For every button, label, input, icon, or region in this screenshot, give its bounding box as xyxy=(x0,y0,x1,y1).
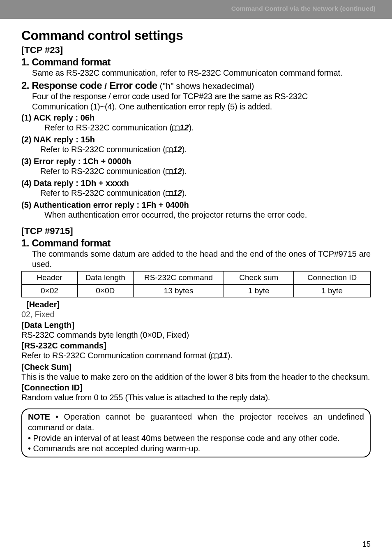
item3-post: ). xyxy=(182,167,187,176)
item5-body: When authentication error occurred, the … xyxy=(44,210,371,220)
s2-paren: ("h" shows hexadecimal) xyxy=(160,81,254,91)
item3-head: (3) Error reply : 1Ch + 0000h xyxy=(21,157,371,166)
book-icon xyxy=(172,123,180,134)
note-l1: • Operation cannot be guaranteed when th… xyxy=(28,412,364,432)
book-icon xyxy=(166,145,173,155)
item1-head: (1) ACK reply : 06h xyxy=(21,113,371,123)
command-table: Header Data length RS-232C command Check… xyxy=(21,271,371,297)
table-row: Header Data length RS-232C command Check… xyxy=(22,272,371,285)
tcp23-s2-text2: Communication (1)~(4). One authenticatio… xyxy=(32,102,371,112)
th-rs232c: RS-232C command xyxy=(133,272,224,285)
item1-pre: Refer to RS-232C communication ( xyxy=(44,123,172,132)
item4-body: Refer to RS-232C communication (12). xyxy=(40,188,371,199)
item4-pre: Refer to RS-232C communication ( xyxy=(40,188,166,197)
item3-pre: Refer to RS-232C communication ( xyxy=(40,167,166,176)
page-content: Command control settings [TCP #23] 1. Co… xyxy=(0,19,392,457)
header-lbl: [Header] xyxy=(26,300,371,309)
note-line1: NOTE • Operation cannot be guaranteed wh… xyxy=(28,412,364,433)
s2-title-part1: 2. Response code xyxy=(21,80,104,91)
item4-post: ). xyxy=(182,188,187,197)
item3-body: Refer to RS-232C communication (12). xyxy=(40,166,371,177)
tcp23-s1-title: 1. Command format xyxy=(21,56,371,68)
item2-pre: Refer to RS-232C communication ( xyxy=(40,145,166,154)
table-row: 0×02 0×0D 13 bytes 1 byte 1 byte xyxy=(22,284,371,297)
check-txt: This is the value to make zero on the ad… xyxy=(21,372,371,382)
item1-ref: 12 xyxy=(180,123,189,132)
item3-ref: 12 xyxy=(173,167,182,176)
item1-body: Refer to RS-232C communication (12). xyxy=(44,123,371,134)
top-banner: Command Control via the Network (continu… xyxy=(0,0,392,19)
th-checksum: Check sum xyxy=(224,272,294,285)
item2-post: ). xyxy=(182,145,187,154)
tcp23-label: [TCP #23] xyxy=(21,45,371,56)
datalen-lbl: [Data Length] xyxy=(21,320,371,330)
tcp9715-label: [TCP #9715] xyxy=(21,226,371,237)
conn-lbl: [Connection ID] xyxy=(21,383,371,392)
note-l2: • Provide an interval of at least 40ms b… xyxy=(28,433,364,444)
td-connid: 1 byte xyxy=(294,284,371,297)
book-icon xyxy=(166,167,173,177)
main-title: Command control settings xyxy=(21,28,371,43)
rs-txt: Refer to RS-232C Communication command f… xyxy=(21,350,371,362)
rs-post: ). xyxy=(228,351,233,360)
item2-ref: 12 xyxy=(173,145,182,154)
rs-ref: 11 xyxy=(219,351,228,360)
conn-txt: Random value from 0 to 255 (This value i… xyxy=(21,392,371,403)
note-box: NOTE • Operation cannot be guaranteed wh… xyxy=(21,408,371,457)
check-lbl: [Check Sum] xyxy=(21,362,371,372)
item4-ref: 12 xyxy=(173,188,182,197)
tcp23-s2-text1: Four of the response / error code used f… xyxy=(32,91,371,102)
rs-pre: Refer to RS-232C Communication command f… xyxy=(21,351,211,360)
th-connid: Connection ID xyxy=(294,272,371,285)
s2-title-part2: Error code xyxy=(107,80,160,91)
item2-head: (2) NAK reply : 15h xyxy=(21,135,371,144)
details-block: [Header] 02, Fixed [Data Length] RS-232C… xyxy=(26,300,371,403)
item2-body: Refer to RS-232C communication (12). xyxy=(40,144,371,155)
datalen-txt: RS-232C commands byte length (0×0D, Fixe… xyxy=(21,330,371,340)
header-txt: 02, Fixed xyxy=(21,309,371,320)
tcp23-s1-text: Same as RS-232C communication, refer to … xyxy=(32,68,371,78)
td-rs232c: 13 bytes xyxy=(133,284,224,297)
tcp9715-s1-text: The commands some datum are added to the… xyxy=(32,249,371,269)
td-datalen: 0×0D xyxy=(77,284,133,297)
td-header: 0×02 xyxy=(22,284,78,297)
item1-post: ). xyxy=(189,123,194,132)
note-l3: • Commands are not accepted during warm-… xyxy=(28,443,364,454)
page-number: 15 xyxy=(362,540,371,549)
item4-head: (4) Data reply : 1Dh + xxxxh xyxy=(21,179,371,188)
note-label: NOTE xyxy=(28,412,50,421)
book-icon xyxy=(166,189,173,199)
banner-text: Command Control via the Network (continu… xyxy=(231,5,376,12)
td-checksum: 1 byte xyxy=(224,284,294,297)
rs-lbl: [RS-232C commands] xyxy=(21,341,371,350)
tcp23-s2-heading: 2. Response code / Error code ("h" shows… xyxy=(21,80,371,91)
item5-head: (5) Authentication error reply : 1Fh + 0… xyxy=(21,200,371,210)
th-datalen: Data length xyxy=(77,272,133,285)
book-icon xyxy=(211,351,219,362)
tcp9715-s1-title: 1. Command format xyxy=(21,237,371,249)
th-header: Header xyxy=(22,272,78,285)
